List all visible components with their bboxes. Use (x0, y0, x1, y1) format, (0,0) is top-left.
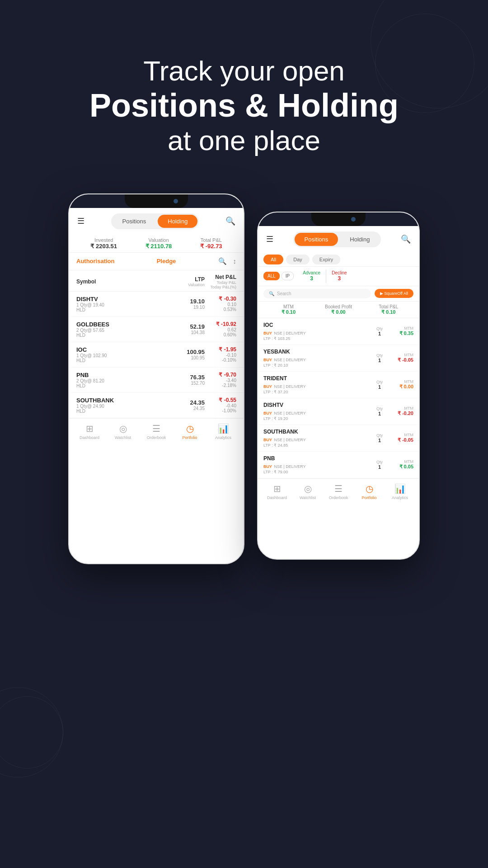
mtm-label: MTM (263, 304, 314, 309)
nav-item-left-portfolio[interactable]: ◷ Portfolio (176, 423, 203, 440)
position-row-1[interactable]: YESBANK BUY NSE | DELIVERY LTP : ₹ 20.10… (258, 345, 419, 372)
mtm-value: ₹ 0.10 (263, 309, 314, 315)
valuation-value: ₹ 2110.78 (145, 243, 172, 250)
squareoff-button[interactable]: ▶ SquareOff All (375, 289, 413, 298)
holding-row-4[interactable]: SOUTHBANK 1 Qty@ 24.90 HLD 24.35 24.35 ₹… (69, 393, 244, 418)
right-phone-header: ☰ Positions Holding 🔍 (258, 226, 419, 251)
tab-holding-left[interactable]: Holding (158, 215, 197, 228)
bottom-nav-right: ⊞ Dashboard ◎ Watchlist ☰ Orderbook ◷ Po… (258, 478, 419, 505)
filter-day[interactable]: Day (286, 255, 310, 264)
holdings-list: DISHTV 1 Qty@ 19.40 HLD 19.10 19.10 ₹ -0… (69, 292, 244, 418)
holding-row-1[interactable]: GOLDBEES 2 Qty@ 57.65 HLD 52.19 104.38 ₹… (69, 317, 244, 342)
holding-row-3[interactable]: PNB 2 Qty@ 81.20 HLD 76.35 152.70 ₹ -9.7… (69, 368, 244, 393)
nav-item-left-orderbook[interactable]: ☰ Orderbook (143, 423, 170, 440)
col-pnl-header: Net P&L Today P&L Today P&L(%) (205, 274, 236, 289)
col-ltp-header: LTP Valuation (178, 276, 205, 287)
left-phone-header: ☰ Positions Holding 🔍 (69, 208, 244, 233)
all-ip-group: ALL IP (263, 272, 294, 280)
notch-dot (174, 199, 178, 203)
pos-left-2: TRIDENT BUY NSE | DELIVERY LTP : ₹ 37.20 (263, 375, 371, 394)
search-placeholder: Search (277, 291, 291, 296)
pos-left-3: DISHTV BUY NSE | DELIVERY LTP : ₹ 19.20 (263, 402, 371, 421)
nav-item-left-analytics[interactable]: 📊 Analytics (210, 423, 237, 440)
invested-item: Invested ₹ 2203.51 (90, 237, 117, 250)
position-row-5[interactable]: PNB BUY NSE | DELIVERY LTP : ₹ 79.00 Qty… (258, 452, 419, 478)
nav-label-analytics: Analytics (215, 435, 231, 440)
tab-positions-right[interactable]: Positions (295, 233, 338, 246)
positions-list: IOC BUY NSE | DELIVERY LTP : ₹ 103.25 Qt… (258, 318, 419, 478)
holding-mid-4: 24.35 24.35 (178, 399, 205, 411)
all-btn[interactable]: ALL (263, 272, 280, 280)
nav-icon-r-dashboard: ⊞ (273, 483, 281, 494)
search-box[interactable]: 🔍 Search (263, 289, 371, 298)
ip-btn[interactable]: IP (282, 272, 294, 280)
valuation-item: Valuation ₹ 2110.78 (145, 237, 172, 250)
advance-group: Advance 3 (297, 270, 326, 282)
search-squareoff-row: 🔍 Search ▶ SquareOff All (258, 286, 419, 302)
nav-label-r-watchlist: Watchlist (300, 495, 316, 500)
nav-label-r-dashboard: Dashboard (267, 495, 287, 500)
filter-icon[interactable]: 🔍 (218, 257, 227, 265)
nav-item-right-dashboard[interactable]: ⊞ Dashboard (263, 483, 291, 500)
pos-qty-4: Qty 1 (371, 433, 389, 443)
nav-icon-r-orderbook: ☰ (334, 483, 343, 494)
holding-left-1: GOLDBEES 2 Qty@ 57.65 HLD (76, 321, 178, 338)
filter-all[interactable]: All (263, 255, 283, 264)
filter-expiry[interactable]: Expiry (312, 255, 341, 264)
nav-icon-orderbook: ☰ (152, 423, 160, 434)
holding-left-4: SOUTHBANK 1 Qty@ 24.90 HLD (76, 397, 178, 414)
hero-line1: Track your open (27, 54, 461, 88)
nav-icon-r-watchlist: ◎ (304, 483, 312, 494)
tab-holding-right[interactable]: Holding (340, 233, 380, 246)
auth-icons: 🔍 ↕ (218, 257, 237, 265)
pos-qty-5: Qty 1 (371, 460, 389, 470)
tab-positions-left[interactable]: Positions (113, 215, 156, 228)
pos-left-0: IOC BUY NSE | DELIVERY LTP : ₹ 103.25 (263, 322, 371, 341)
sort-icon[interactable]: ↕ (233, 257, 237, 265)
nav-item-right-orderbook[interactable]: ☰ Orderbook (325, 483, 352, 500)
pos-left-4: SOUTHBANK BUY NSE | DELIVERY LTP : ₹ 24.… (263, 429, 371, 448)
advance-count: 3 (303, 275, 320, 282)
holding-row-2[interactable]: IOC 1 Qty@ 102.90 HLD 100.95 100.95 ₹ -1… (69, 342, 244, 368)
holding-mid-2: 100.95 100.95 (178, 349, 205, 360)
pos-mtm-1: MTM ₹ -0.05 (389, 353, 413, 363)
valuation-label: Valuation (145, 237, 172, 243)
pos-mtm-3: MTM ₹ -0.20 (389, 406, 413, 416)
menu-icon-right[interactable]: ☰ (266, 234, 273, 244)
position-row-3[interactable]: DISHTV BUY NSE | DELIVERY LTP : ₹ 19.20 … (258, 398, 419, 425)
total-value: ₹ 0.10 (363, 309, 413, 315)
holding-row-0[interactable]: DISHTV 1 Qty@ 19.40 HLD 19.10 19.10 ₹ -0… (69, 292, 244, 317)
nav-label-r-portfolio: Portfolio (361, 495, 376, 500)
pos-mtm-0: MTM ₹ 0.35 (389, 326, 413, 336)
total-label: Total P&L (363, 304, 413, 309)
pos-qty-0: Qty 1 (371, 326, 389, 336)
nav-item-right-analytics[interactable]: 📊 Analytics (386, 483, 413, 500)
nav-item-right-watchlist[interactable]: ◎ Watchlist (294, 483, 321, 500)
nav-icon-watchlist: ◎ (119, 423, 127, 434)
holding-mid-3: 76.35 152.70 (178, 374, 205, 386)
pos-mtm-2: MTM ₹ 0.00 (389, 379, 413, 390)
search-icon-right[interactable]: 🔍 (401, 234, 411, 244)
bottom-nav-left: ⊞ Dashboard ◎ Watchlist ☰ Orderbook ◷ Po… (69, 418, 244, 444)
nav-label-r-orderbook: Orderbook (329, 495, 348, 500)
authorisation-button[interactable]: Authorisation (76, 258, 115, 264)
holding-right-0: ₹ -0.30 0.10 0.53% (205, 296, 236, 312)
notch-left (125, 194, 188, 208)
nav-icon-portfolio: ◷ (186, 423, 194, 434)
search-icon-left[interactable]: 🔍 (225, 216, 235, 226)
nav-item-right-portfolio[interactable]: ◷ Portfolio (356, 483, 383, 500)
menu-icon[interactable]: ☰ (77, 216, 84, 226)
nav-item-left-watchlist[interactable]: ◎ Watchlist (109, 423, 136, 440)
holding-right-1: ₹ -10.92 0.62 0.60% (205, 321, 236, 337)
position-row-4[interactable]: SOUTHBANK BUY NSE | DELIVERY LTP : ₹ 24.… (258, 425, 419, 452)
pos-left-1: YESBANK BUY NSE | DELIVERY LTP : ₹ 20.10 (263, 349, 371, 368)
advance-decline-divider: Advance 3 Decline 3 (297, 269, 413, 283)
invested-value: ₹ 2203.51 (90, 243, 117, 250)
auth-row: Authorisation Pledge 🔍 ↕ (69, 253, 244, 270)
nav-icon-r-portfolio: ◷ (366, 483, 373, 494)
pledge-button[interactable]: Pledge (157, 258, 176, 264)
position-row-2[interactable]: TRIDENT BUY NSE | DELIVERY LTP : ₹ 37.20… (258, 372, 419, 398)
nav-label-portfolio: Portfolio (182, 435, 197, 440)
position-row-0[interactable]: IOC BUY NSE | DELIVERY LTP : ₹ 103.25 Qt… (258, 318, 419, 345)
nav-item-left-dashboard[interactable]: ⊞ Dashboard (76, 423, 103, 440)
